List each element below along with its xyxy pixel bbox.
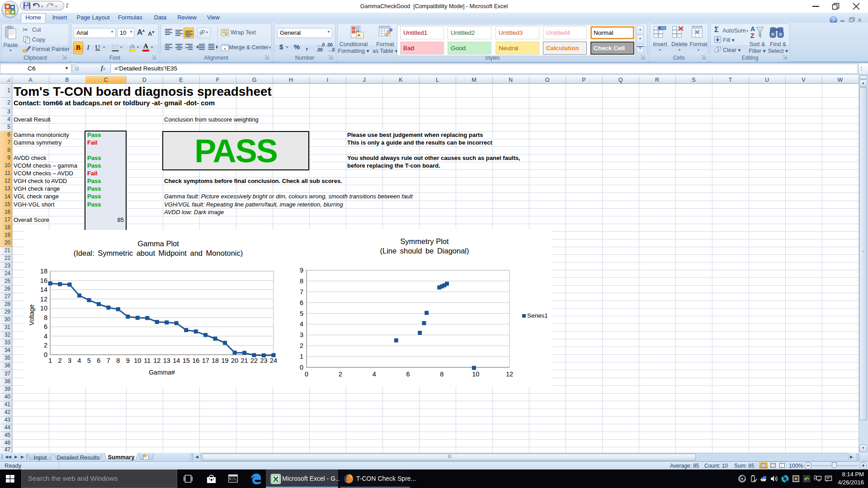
svg-text:3: 3 xyxy=(68,357,71,364)
svg-text:8: 8 xyxy=(440,371,443,378)
svg-text:15: 15 xyxy=(183,357,190,364)
svg-text:5: 5 xyxy=(87,357,91,364)
svg-text:6: 6 xyxy=(97,357,100,364)
svg-text:16: 16 xyxy=(40,277,47,284)
svg-text:6: 6 xyxy=(44,323,47,330)
svg-text:14: 14 xyxy=(40,286,47,293)
svg-text:20: 20 xyxy=(231,357,238,364)
svg-text:8: 8 xyxy=(116,357,120,364)
svg-text:4: 4 xyxy=(44,333,47,340)
svg-text:10: 10 xyxy=(40,305,47,312)
svg-text:Symmetry Plot: Symmetry Plot xyxy=(400,237,449,245)
svg-text:11: 11 xyxy=(144,357,151,364)
svg-text:5: 5 xyxy=(300,310,303,317)
svg-text:10: 10 xyxy=(134,357,141,364)
svg-text:8: 8 xyxy=(44,314,47,321)
svg-text:16: 16 xyxy=(192,357,199,364)
svg-text:2: 2 xyxy=(58,357,61,364)
svg-text:1: 1 xyxy=(48,357,52,364)
svg-text:0: 0 xyxy=(305,371,308,378)
svg-text:6: 6 xyxy=(300,299,303,306)
svg-text:4: 4 xyxy=(373,371,376,378)
svg-text:12: 12 xyxy=(506,371,513,378)
svg-text:17: 17 xyxy=(202,357,209,364)
svg-text:22: 22 xyxy=(250,357,258,364)
svg-text:2: 2 xyxy=(339,371,342,378)
svg-text:18: 18 xyxy=(212,357,219,364)
svg-text:24: 24 xyxy=(270,357,277,364)
svg-text:8: 8 xyxy=(300,277,303,285)
svg-text:3: 3 xyxy=(300,331,303,338)
svg-text:0: 0 xyxy=(300,364,303,371)
svg-text:Voltage: Voltage xyxy=(28,304,35,325)
svg-text:Gamma#: Gamma# xyxy=(149,369,175,376)
svg-text:21: 21 xyxy=(241,357,248,364)
svg-text:0: 0 xyxy=(44,351,47,358)
svg-text:12: 12 xyxy=(40,296,47,303)
svg-text:4: 4 xyxy=(300,320,303,328)
svg-text:6: 6 xyxy=(406,371,410,378)
svg-text:7: 7 xyxy=(107,357,110,364)
svg-text:C:\_: C:\_ xyxy=(229,477,238,481)
svg-text:9: 9 xyxy=(126,357,130,364)
svg-text:12: 12 xyxy=(153,357,160,364)
svg-text:14: 14 xyxy=(173,357,180,364)
svg-text:1: 1 xyxy=(300,353,303,360)
svg-text:18: 18 xyxy=(40,267,47,275)
svg-text:9: 9 xyxy=(300,267,303,274)
svg-text:13: 13 xyxy=(163,357,170,364)
svg-text:23: 23 xyxy=(260,357,267,364)
svg-text:7: 7 xyxy=(300,288,303,296)
svg-text:10: 10 xyxy=(472,371,479,378)
svg-text:(Line should be Diagonal): (Line should be Diagonal) xyxy=(380,247,469,255)
svg-text:Series1: Series1 xyxy=(527,312,548,319)
svg-text:2: 2 xyxy=(300,342,303,349)
svg-text:19: 19 xyxy=(222,357,229,364)
svg-text:2: 2 xyxy=(44,342,47,349)
svg-text:4: 4 xyxy=(77,357,81,364)
svg-text:(Ideal: Symmetric about Midpoi: (Ideal: Symmetric about Midpoint and Mon… xyxy=(74,249,243,257)
svg-text:Gamma Plot: Gamma Plot xyxy=(137,239,179,248)
